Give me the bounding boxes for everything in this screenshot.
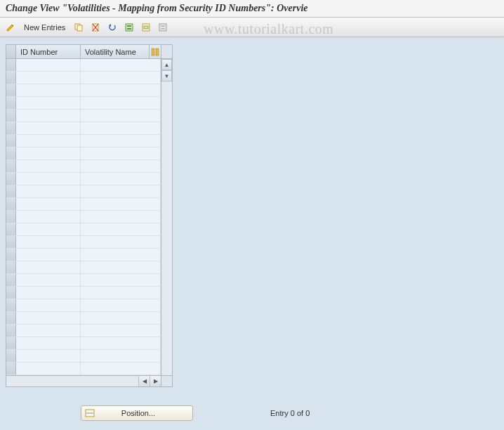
cell-id[interactable]	[16, 325, 81, 337]
undo-icon[interactable]	[106, 21, 119, 34]
table-row[interactable]	[6, 185, 161, 198]
table-row[interactable]	[6, 160, 161, 173]
scroll-down-icon[interactable]: ▼	[161, 70, 172, 82]
cell-name[interactable]	[81, 274, 161, 286]
row-selector[interactable]	[6, 185, 16, 197]
copy-icon[interactable]	[72, 21, 85, 34]
table-row[interactable]	[6, 249, 161, 261]
cell-id[interactable]	[16, 135, 81, 147]
cell-name[interactable]	[81, 97, 161, 109]
cell-name[interactable]	[81, 59, 161, 71]
row-selector-header[interactable]	[6, 45, 16, 58]
pencil-icon[interactable]	[4, 21, 17, 34]
table-row[interactable]	[6, 135, 161, 148]
row-selector[interactable]	[6, 198, 16, 210]
scroll-track[interactable]	[161, 82, 172, 375]
delete-icon[interactable]	[89, 21, 102, 34]
scroll-right-icon[interactable]: ▶	[150, 376, 161, 386]
cell-id[interactable]	[16, 312, 81, 324]
cell-name[interactable]	[81, 363, 161, 374]
table-row[interactable]	[6, 350, 161, 363]
cell-id[interactable]	[16, 59, 81, 71]
cell-name[interactable]	[81, 110, 161, 122]
cell-name[interactable]	[81, 72, 161, 84]
cell-name[interactable]	[81, 261, 161, 273]
select-all-icon[interactable]	[123, 21, 135, 34]
cell-name[interactable]	[81, 312, 161, 324]
table-row[interactable]	[6, 173, 161, 185]
column-header-name[interactable]: Volatility Name	[81, 45, 150, 58]
row-selector[interactable]	[6, 148, 16, 159]
cell-id[interactable]	[16, 198, 81, 210]
cell-id[interactable]	[16, 84, 81, 96]
table-row[interactable]	[6, 287, 161, 299]
cell-id[interactable]	[16, 274, 81, 286]
row-selector[interactable]	[6, 122, 16, 134]
cell-id[interactable]	[16, 236, 81, 248]
table-row[interactable]	[6, 97, 161, 110]
select-block-icon[interactable]	[140, 21, 152, 34]
row-selector[interactable]	[6, 97, 16, 109]
row-selector[interactable]	[6, 173, 16, 185]
cell-id[interactable]	[16, 185, 81, 197]
cell-id[interactable]	[16, 337, 81, 349]
cell-name[interactable]	[81, 198, 161, 210]
cell-name[interactable]	[81, 148, 161, 159]
cell-name[interactable]	[81, 173, 161, 185]
table-row[interactable]	[6, 312, 161, 325]
cell-name[interactable]	[81, 287, 161, 299]
cell-id[interactable]	[16, 211, 81, 223]
column-header-id[interactable]: ID Number	[16, 45, 81, 58]
table-row[interactable]	[6, 236, 161, 249]
row-selector[interactable]	[6, 363, 16, 374]
cell-name[interactable]	[81, 350, 161, 362]
cell-id[interactable]	[16, 173, 81, 185]
cell-name[interactable]	[81, 135, 161, 147]
cell-id[interactable]	[16, 350, 81, 362]
cell-name[interactable]	[81, 299, 161, 311]
cell-name[interactable]	[81, 325, 161, 337]
row-selector[interactable]	[6, 274, 16, 286]
position-button[interactable]: Position...	[81, 405, 193, 421]
vertical-scrollbar[interactable]: ▲ ▼	[161, 45, 172, 375]
table-row[interactable]	[6, 261, 161, 274]
horizontal-scrollbar[interactable]: ◀ ▶	[6, 376, 173, 387]
table-row[interactable]	[6, 110, 161, 122]
cell-name[interactable]	[81, 223, 161, 235]
cell-name[interactable]	[81, 160, 161, 172]
row-selector[interactable]	[6, 325, 16, 337]
cell-name[interactable]	[81, 249, 161, 261]
table-row[interactable]	[6, 84, 161, 97]
table-row[interactable]	[6, 148, 161, 160]
cell-name[interactable]	[81, 84, 161, 96]
table-row[interactable]	[6, 211, 161, 223]
row-selector[interactable]	[6, 160, 16, 172]
scroll-up-icon[interactable]: ▲	[161, 59, 172, 70]
cell-id[interactable]	[16, 299, 81, 311]
row-selector[interactable]	[6, 59, 16, 71]
cell-id[interactable]	[16, 261, 81, 273]
table-row[interactable]	[6, 274, 161, 287]
table-row[interactable]	[6, 223, 161, 236]
cell-id[interactable]	[16, 97, 81, 109]
cell-id[interactable]	[16, 363, 81, 374]
table-row[interactable]	[6, 363, 161, 375]
row-selector[interactable]	[6, 211, 16, 223]
row-selector[interactable]	[6, 337, 16, 349]
row-selector[interactable]	[6, 72, 16, 84]
cell-name[interactable]	[81, 122, 161, 134]
table-config-icon[interactable]	[150, 45, 161, 58]
table-row[interactable]	[6, 299, 161, 312]
new-entries-button[interactable]: New Entries	[21, 22, 68, 33]
table-row[interactable]	[6, 72, 161, 84]
cell-id[interactable]	[16, 249, 81, 261]
row-selector[interactable]	[6, 312, 16, 324]
cell-name[interactable]	[81, 337, 161, 349]
cell-name[interactable]	[81, 211, 161, 223]
row-selector[interactable]	[6, 223, 16, 235]
cell-id[interactable]	[16, 223, 81, 235]
row-selector[interactable]	[6, 110, 16, 122]
cell-id[interactable]	[16, 160, 81, 172]
row-selector[interactable]	[6, 287, 16, 299]
scroll-left-icon[interactable]: ◀	[138, 376, 150, 386]
